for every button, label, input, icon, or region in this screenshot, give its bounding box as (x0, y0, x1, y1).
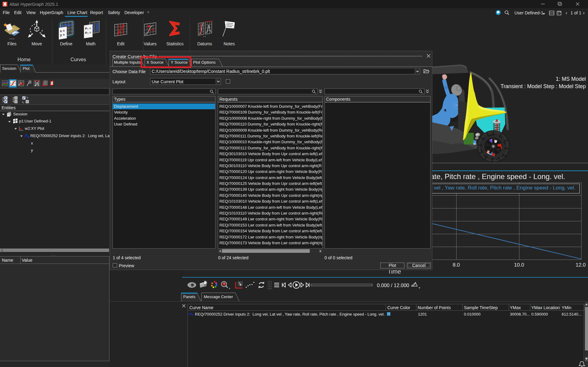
svg-text:P₁ =: P₁ = (85, 27, 91, 30)
svg-text:y =: y = (60, 33, 65, 37)
svg-text:P₂ =: P₂ = (85, 31, 91, 35)
svg-text:x =: x = (60, 29, 65, 33)
svg-text:(x,y): (x,y) (148, 27, 155, 32)
